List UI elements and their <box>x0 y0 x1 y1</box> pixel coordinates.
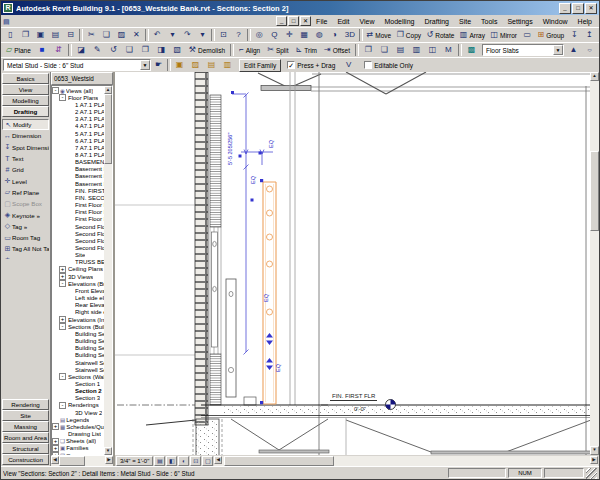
tree-expand-toggle[interactable]: + <box>52 452 59 455</box>
group[interactable]: ⊞ Group <box>535 29 567 42</box>
tree-item[interactable]: - Elevations (Building <box>52 280 104 287</box>
tree-item[interactable]: TRUSS BEARI <box>52 259 104 266</box>
separator[interactable] <box>230 44 234 56</box>
offset[interactable]: ⇥ Offset <box>321 44 353 57</box>
tool-modify[interactable]: ↖ Modify <box>2 119 49 130</box>
tree-item[interactable]: First Floor Enlar <box>52 202 104 209</box>
demolish[interactable]: ⚒ Demolish <box>186 44 228 57</box>
match[interactable]: ◫ <box>425 44 440 57</box>
tree-item[interactable]: Stairwell Sectio <box>52 359 104 366</box>
tree-item[interactable]: 3 A7.1 PLAN D <box>52 116 104 123</box>
tree-item[interactable]: - Sections (Building S <box>52 323 104 330</box>
copy-to-clipboard[interactable]: ❏ <box>99 29 114 42</box>
project-browser-title[interactable]: 0653_Westsid <box>51 72 113 85</box>
advanced-model-graphics[interactable]: ◑ <box>327 29 342 42</box>
options-tool-4[interactable]: ▥ <box>220 59 235 72</box>
model-graphics[interactable]: ◍ <box>312 29 327 42</box>
work-plane-visibility[interactable]: ⇵ <box>51 44 66 57</box>
close-button[interactable]: ✕ <box>585 3 597 14</box>
tree-item[interactable]: 3D View 2 <box>52 409 104 416</box>
paste-aligned[interactable]: ❐ <box>361 44 376 57</box>
separator[interactable] <box>359 29 363 41</box>
design-options[interactable]: ▩ <box>464 44 479 57</box>
tree-item[interactable]: ▤ Legends <box>52 416 104 423</box>
split-face[interactable]: ▧ <box>170 44 185 57</box>
separator[interactable] <box>68 44 72 56</box>
tree-item[interactable]: Stairwell Sectio <box>52 366 104 373</box>
edit-cut-profile[interactable]: ❏ <box>122 44 137 57</box>
edit-family-button[interactable]: Edit Family <box>239 59 281 72</box>
tree-item[interactable]: Basement Enlar <box>52 173 104 180</box>
tree-item[interactable]: - ◉ Views (all) <box>52 87 104 94</box>
edit-pasted[interactable]: ▤ <box>393 44 408 57</box>
tree-item[interactable]: Site <box>52 252 104 259</box>
material-tool[interactable]: M <box>441 44 456 57</box>
scroll-down-icon[interactable]: ▼ <box>104 447 112 455</box>
menu-item[interactable]: Edit <box>332 17 354 26</box>
tool-room-tag[interactable]: ▭ Room Tag <box>2 232 49 243</box>
tree-expand-toggle[interactable]: + <box>52 423 59 430</box>
move[interactable]: ⇄ Move <box>364 29 394 42</box>
tree-item[interactable]: 7 A7.1 PLAN D <box>52 144 104 151</box>
tree-expand-toggle[interactable]: + <box>59 316 66 323</box>
paint[interactable]: ◨ <box>154 44 169 57</box>
combo-arrow-icon[interactable]: ▼ <box>553 45 563 55</box>
thin-lines[interactable]: ▦ <box>297 29 312 42</box>
align[interactable]: ⌐ Align <box>236 44 263 57</box>
tree-item[interactable]: Building Sectio <box>52 352 104 359</box>
menu-item[interactable]: Modelling <box>380 17 420 26</box>
type-selector[interactable]: Metal Stud - Side : 6" Stud ▼ <box>3 59 151 71</box>
rotate[interactable]: ↺ Rotate <box>424 29 457 42</box>
tree-item[interactable]: FIN. FIRST FLR <box>52 187 104 194</box>
match-type[interactable]: ⊡ <box>216 29 231 42</box>
tab-room-and-area[interactable]: Room and Area <box>2 432 49 443</box>
tool-keynote[interactable]: ◈ Keynote » <box>2 209 49 220</box>
tree-expand-toggle[interactable]: - <box>59 323 66 330</box>
tab-structural[interactable]: Structural <box>2 443 49 454</box>
tree-item[interactable]: Right side elev <box>52 309 104 316</box>
doc-close-button[interactable]: ✕ <box>300 16 311 26</box>
tab-modelling[interactable]: Modelling <box>2 95 49 106</box>
scroll-right-icon[interactable]: ▶ <box>105 456 113 464</box>
eq-label[interactable]: EQ <box>250 176 256 184</box>
split-walls[interactable]: ✂ Split <box>264 44 291 57</box>
separator[interactable] <box>79 29 83 41</box>
tab-rendering[interactable]: Rendering <box>2 399 49 410</box>
tree-item[interactable]: 8 A7.1 PLAN D <box>52 151 104 158</box>
tool-scope-box[interactable]: ▢ Scope Box <box>2 198 49 209</box>
doc-minimize-button[interactable]: _ <box>276 16 287 26</box>
tree-item[interactable]: Rear Elevation <box>52 302 104 309</box>
browser-vertical-scrollbar[interactable]: ▲ ▼ <box>104 86 112 455</box>
tree-item[interactable]: + ❐ Groups <box>52 452 104 455</box>
separator[interactable] <box>211 29 215 41</box>
browser-horizontal-scrollbar[interactable]: ◀ ▶ <box>51 456 113 466</box>
tree-item[interactable]: First Floor Enlar <box>52 209 104 216</box>
canvas-horizontal-scrollbar[interactable]: ◀ ▶ <box>214 456 598 466</box>
opening[interactable]: ❐ <box>138 44 153 57</box>
separator[interactable] <box>355 44 359 56</box>
menu-item[interactable]: View <box>354 17 379 26</box>
menu-item[interactable]: Settings <box>502 17 537 26</box>
view-scale-button[interactable]: 3/4" = 1'-0" <box>116 456 153 466</box>
model-graphics-style[interactable]: ◧ <box>166 456 177 466</box>
menu-item[interactable]: File <box>311 17 332 26</box>
tab-construction[interactable]: Construction <box>2 454 49 465</box>
menu-item[interactable]: Tools <box>476 17 502 26</box>
tree-item-section-2[interactable]: Section 2 <box>52 388 104 395</box>
tree-expand-toggle[interactable]: - <box>59 373 66 380</box>
tree-item[interactable]: Drawing List <box>52 431 104 438</box>
tree-item[interactable]: Basement Enlar <box>52 180 104 187</box>
scroll-down-icon[interactable]: ▼ <box>590 446 599 455</box>
sketch[interactable]: ◪ <box>74 44 89 57</box>
tree-item[interactable]: Left side elevati <box>52 295 104 302</box>
delete[interactable]: ✕ <box>129 29 144 42</box>
undo[interactable]: ↶ <box>150 29 165 42</box>
scroll-right-icon[interactable]: ▶ <box>590 456 598 464</box>
tree-item[interactable]: 1 A7.1 PLAN D <box>52 101 104 108</box>
tree-item[interactable]: Second Floor E <box>52 223 104 230</box>
level-elevation[interactable]: 0'-0" <box>354 406 366 412</box>
options-tool-3[interactable]: ▤ <box>204 59 219 72</box>
combo-arrow-icon[interactable]: ▼ <box>140 60 150 70</box>
context-help[interactable]: ? <box>231 29 246 42</box>
mirror[interactable]: ◫ Mirror <box>488 29 520 42</box>
